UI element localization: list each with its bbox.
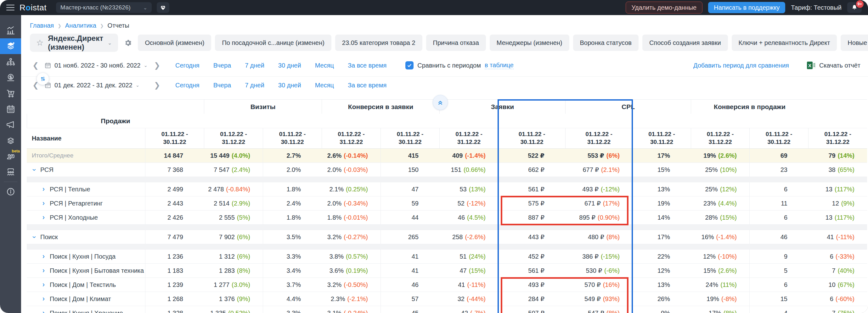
sidebar-item-analytics[interactable] xyxy=(0,23,21,38)
quick-range-link[interactable]: За все время xyxy=(348,62,386,69)
period-column-header[interactable]: 01.11.22 - 30.11.22 xyxy=(263,128,322,149)
quick-range-link[interactable]: 7 дней xyxy=(245,62,265,69)
next-period-button[interactable]: ❯ xyxy=(151,61,163,70)
period-column-header[interactable]: 01.11.22 - 30.11.22 xyxy=(498,128,565,149)
notifications-button[interactable]: 9+ xyxy=(847,2,862,13)
sidebar-item-calendar[interactable] xyxy=(0,101,21,117)
quick-range-link[interactable]: 30 дней xyxy=(278,82,301,89)
cell-value: 17% xyxy=(657,234,670,241)
table-cell: 3.2%(-0.27%) xyxy=(322,230,380,244)
period-1-selector[interactable]: 01 нояб. 2022 - 30 нояб. 2022 ⌄ xyxy=(44,62,148,69)
collapse-columns-button[interactable] xyxy=(433,95,448,110)
period-column-header[interactable]: 01.12.22 - 31.12.22 xyxy=(204,128,263,149)
cell-value: 547 ₽ xyxy=(588,309,604,313)
cell-value: 32 xyxy=(458,295,465,303)
swap-periods-button[interactable] xyxy=(37,73,49,85)
table-cell: 2.0%(-0.03%) xyxy=(322,163,380,177)
report-tab[interactable]: Новые клиенты xyxy=(841,35,868,51)
row-label[interactable]: Поиск | Дом | Климат xyxy=(27,292,145,306)
delete-demo-data-button[interactable]: Удалить демо-данные xyxy=(626,2,703,13)
row-label[interactable]: РСЯ | Ретаргетинг xyxy=(27,197,145,210)
table-row: Поиск | Кухня | Бытовая техника1 1831 28… xyxy=(27,264,867,278)
report-tab[interactable]: Способ создания заявки xyxy=(642,35,728,51)
hamburger-menu-icon[interactable] xyxy=(6,5,14,10)
period-2-selector[interactable]: 01 дек. 2022 - 31 дек. 2022 ⌄ xyxy=(44,82,148,89)
cell-value: 41 xyxy=(827,234,834,241)
period-column-header[interactable]: 01.11.22 - 30.11.22 xyxy=(632,128,691,149)
compare-checkbox[interactable] xyxy=(405,61,413,69)
contact-support-button[interactable]: Написать в поддержку xyxy=(708,2,785,13)
quick-range-link[interactable]: 30 дней xyxy=(278,62,301,69)
table-cell: 13(117%) xyxy=(808,182,867,196)
quick-range-link[interactable]: Вчера xyxy=(213,82,231,89)
period-column-header[interactable]: 01.11.22 - 30.11.22 xyxy=(145,128,204,149)
health-button[interactable] xyxy=(157,2,169,13)
period-column-header[interactable]: 01.12.22 - 31.12.22 xyxy=(439,128,498,149)
quick-range-link[interactable]: Месяц xyxy=(315,62,334,69)
row-label[interactable]: Поиск | Дом | Текстиль xyxy=(27,278,145,292)
quick-range-link[interactable]: Сегодня xyxy=(175,82,199,89)
next-period-button-2[interactable]: ❯ xyxy=(151,81,163,90)
sidebar-item-audience[interactable] xyxy=(0,164,21,180)
row-label[interactable]: Поиск | Кухня | Посуда xyxy=(27,249,145,263)
download-report-button[interactable]: X Скачать отчёт xyxy=(807,61,861,70)
report-tab[interactable]: Основной (изменен) xyxy=(138,35,211,51)
cell-value: 575 ₽ xyxy=(528,200,545,207)
sidebar-item-integrations[interactable] xyxy=(0,133,21,148)
sidebar-item-info[interactable] xyxy=(0,184,21,200)
cell-delta: (4.0%) xyxy=(231,152,250,159)
quick-range-link[interactable]: Сегодня xyxy=(175,62,199,69)
star-icon[interactable]: ☆ xyxy=(36,38,43,48)
row-label[interactable]: Поиск | Кухня | Бытовая техника xyxy=(27,264,145,277)
report-title: Яндекс.Директ (изменен) xyxy=(48,34,103,51)
cell-value: 443 ₽ xyxy=(528,233,545,241)
quick-range-link[interactable]: Вчера xyxy=(213,62,231,69)
row-label[interactable]: РСЯ | Холодные xyxy=(27,211,145,224)
cell-delta: (-60%) xyxy=(836,295,855,303)
chevron-down-icon: ⌄ xyxy=(144,63,148,68)
sidebar-item-funnel-structure[interactable] xyxy=(0,54,21,70)
report-tab[interactable]: По посадочной с...анице (изменен) xyxy=(215,35,331,51)
quick-range-link[interactable]: 7 дней xyxy=(245,82,265,89)
row-label[interactable]: РСЯ | Теплые xyxy=(27,182,145,196)
period-column-header[interactable]: 01.12.22 - 31.12.22 xyxy=(808,128,867,149)
period-column-header[interactable]: 01.11.22 - 30.11.22 xyxy=(749,128,808,149)
report-tab[interactable]: 23.05 категория товара 2 xyxy=(335,35,422,51)
breadcrumb-item[interactable]: Главная xyxy=(30,22,54,29)
breadcrumb-item[interactable]: Аналитика xyxy=(65,22,96,29)
quick-range-link[interactable]: Месяц xyxy=(315,82,334,89)
prev-period-button[interactable]: ❮ xyxy=(30,61,41,70)
quick-range-link[interactable]: За все время xyxy=(348,82,386,89)
cell-value: 3.6% xyxy=(329,267,344,274)
row-label[interactable]: Поиск | Кухня | Хранение xyxy=(27,306,145,313)
report-settings-button[interactable] xyxy=(124,39,132,47)
add-period-link[interactable]: Добавить период для сравнения xyxy=(693,62,789,69)
row-label[interactable]: Итого/Среднее xyxy=(27,149,145,163)
table-cell: 41(-11%) xyxy=(808,230,867,244)
table-cell: 2 426 xyxy=(145,211,204,224)
table-cell: 16%(-1.4%) xyxy=(691,230,749,244)
sidebar-item-managers[interactable]: beta xyxy=(0,148,21,164)
in-table-link[interactable]: в таблице xyxy=(485,62,514,69)
sidebar-item-reports[interactable] xyxy=(0,38,21,54)
report-selector[interactable]: ☆ Яндекс.Директ (изменен) ⌄ xyxy=(30,34,118,52)
period-column-header[interactable]: 01.12.22 - 31.12.22 xyxy=(322,128,380,149)
cell-value: 561 ₽ xyxy=(528,267,545,274)
cell-value: 1 312 xyxy=(219,253,235,260)
sidebar-item-ecommerce[interactable] xyxy=(0,85,21,101)
sidebar-item-finance[interactable] xyxy=(0,70,21,85)
report-tab[interactable]: Ключи + релевантность Директ xyxy=(732,35,837,51)
project-selector[interactable]: Мастер-класс (№232626) ⌄ xyxy=(56,2,152,13)
table-cell: 69 xyxy=(749,149,808,163)
report-tab[interactable]: Менеджеры (изменен) xyxy=(490,35,569,51)
report-tab[interactable]: Причина отказа xyxy=(426,35,486,51)
period-column-header[interactable]: 01.11.22 - 30.11.22 xyxy=(380,128,439,149)
sidebar-item-marketing[interactable] xyxy=(0,117,21,133)
cell-value: 41 xyxy=(412,267,418,274)
report-tab[interactable]: Воронка статусов xyxy=(573,35,639,51)
period-column-header[interactable]: 01.12.22 - 31.12.22 xyxy=(691,128,749,149)
row-label[interactable]: Поиск xyxy=(27,230,145,244)
row-label[interactable]: РСЯ xyxy=(27,163,145,177)
period-column-header[interactable]: 01.12.22 - 31.12.22 xyxy=(565,128,632,149)
table-cell: 46 xyxy=(749,230,808,244)
